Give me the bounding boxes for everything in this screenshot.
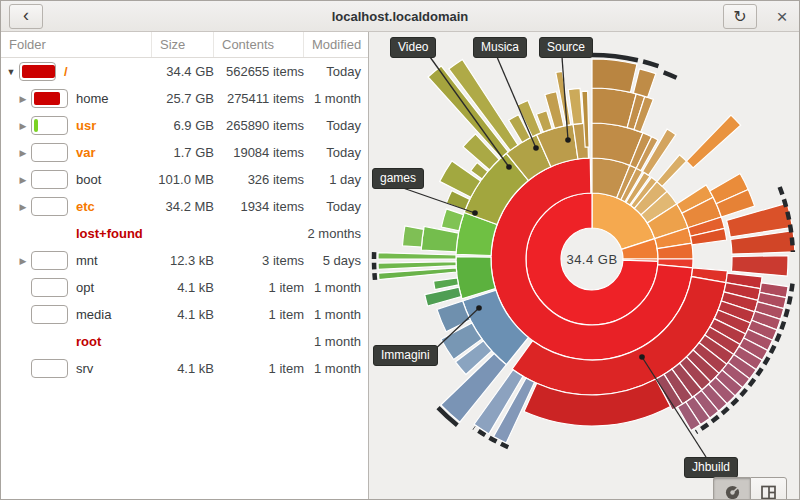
table-row[interactable]: ▶home25.7 GB275411 items1 month [1,85,368,112]
modified-cell: 1 month [304,280,368,295]
reload-icon: ↻ [733,7,746,26]
folder-name: opt [76,280,94,295]
modified-cell: 5 days [304,253,368,268]
back-icon: ‹ [23,6,29,24]
ring-segment[interactable] [441,209,463,231]
folder-name: var [76,145,96,160]
main-content: Folder Size Contents Modified ▼/34.4 GB5… [1,32,799,499]
contents-cell: 562655 items [214,64,304,79]
expander-icon[interactable]: ▶ [17,256,29,266]
expander-icon[interactable]: ▼ [5,67,17,77]
usage-bar [31,305,68,324]
column-header-folder[interactable]: Folder [1,32,152,57]
table-row[interactable]: lost+found2 months [1,220,368,247]
contents-cell: 326 items [214,172,304,187]
folder-callout-label: games [372,168,424,189]
folder-name: mnt [76,253,98,268]
table-row[interactable]: ▶etc34.2 MB1934 itemsToday [1,193,368,220]
table-row[interactable]: ▶var1.7 GB19084 itemsToday [1,139,368,166]
modified-cell: 1 month [304,361,368,376]
size-cell: 1.7 GB [152,145,214,160]
titlebar: ‹ localhost.localdomain ↻ × [1,1,799,32]
callout-dot [476,305,482,311]
modified-cell: 1 month [304,307,368,322]
size-cell: 34.4 GB [152,64,214,79]
table-row[interactable]: media4.1 kB1 item1 month [1,301,368,328]
modified-cell: Today [304,199,368,214]
contents-cell: 275411 items [214,91,304,106]
size-cell: 101.0 MB [152,172,214,187]
folder-callout-label: Musica [473,37,527,58]
table-row[interactable]: root1 month [1,328,368,355]
folder-tree-panel: Folder Size Contents Modified ▼/34.4 GB5… [1,32,369,499]
folder-name: boot [76,172,101,187]
modified-cell: 1 day [304,172,368,187]
usage-bar [31,197,68,216]
table-row[interactable]: srv4.1 kB1 item1 month [1,355,368,382]
ring-segment[interactable] [378,268,456,280]
usage-bar [31,116,68,135]
modified-cell: Today [304,145,368,160]
rings-view-button[interactable] [713,477,750,499]
folder-name: root [76,334,101,349]
folder-name: home [76,91,109,106]
more-content-mark [374,273,375,280]
expander-icon[interactable]: ▶ [17,148,29,158]
usage-bar [31,278,68,297]
reload-button[interactable]: ↻ [723,4,757,29]
column-header-modified[interactable]: Modified [304,32,368,57]
expander-icon[interactable]: ▶ [17,94,29,104]
size-cell: 4.1 kB [152,307,214,322]
folder-name: usr [76,118,96,133]
rings-chart-icon [724,484,741,500]
usage-bar [31,170,68,189]
folder-name: lost+found [76,226,143,241]
column-header-contents[interactable]: Contents [214,32,304,57]
expander-icon[interactable]: ▶ [17,202,29,212]
expander-icon[interactable]: ▶ [17,175,29,185]
more-content-mark [643,62,658,67]
treemap-view-button[interactable] [750,477,787,499]
table-row[interactable]: ▶mnt12.3 kB3 items5 days [1,247,368,274]
contents-cell: 1 item [214,307,304,322]
callout-dot [639,354,645,360]
folder-name: etc [76,199,95,214]
modified-cell: 1 month [304,334,368,349]
table-row[interactable]: ▶usr6.9 GB265890 itemsToday [1,112,368,139]
table-row[interactable]: ▶boot101.0 MB326 items1 day [1,166,368,193]
table-row[interactable]: opt4.1 kB1 item1 month [1,274,368,301]
ring-segment[interactable] [421,226,458,252]
folder-callout-label: Jhbuild [684,457,738,478]
chart-panel: VideoMusicaSourcegamesImmaginiJhbuild 34… [369,32,799,499]
table-row[interactable]: ▼/34.4 GB562655 itemsToday [1,58,368,85]
ring-segment[interactable] [686,115,740,168]
contents-cell: 19084 items [214,145,304,160]
contents-cell: 1 item [214,280,304,295]
column-header-size[interactable]: Size [152,32,214,57]
ring-segment[interactable] [731,256,788,277]
ring-segment[interactable] [592,59,637,92]
folder-callout-label: Source [539,37,593,58]
ring-segment[interactable] [402,226,423,247]
folder-table-body: ▼/34.4 GB562655 itemsToday▶home25.7 GB27… [1,58,368,382]
callout-dot [472,210,478,216]
modified-cell: Today [304,64,368,79]
ring-segment[interactable] [378,253,456,259]
table-header: Folder Size Contents Modified [1,32,368,58]
size-cell: 12.3 kB [152,253,214,268]
folder-name: media [76,307,111,322]
expander-icon[interactable]: ▶ [17,121,29,131]
close-button[interactable]: × [769,4,795,29]
chart-center-size: 34.4 GB [566,252,617,267]
usage-bar [31,359,68,378]
usage-bar [31,143,68,162]
contents-cell: 265890 items [214,118,304,133]
ring-segment[interactable] [633,69,655,98]
modified-cell: 2 months [304,226,368,241]
app-window: ‹ localhost.localdomain ↻ × Folder Size … [0,0,800,500]
folder-name: srv [76,361,93,376]
modified-cell: 1 month [304,91,368,106]
back-button[interactable]: ‹ [9,4,43,29]
ring-segment[interactable] [657,155,687,187]
contents-cell: 1934 items [214,199,304,214]
